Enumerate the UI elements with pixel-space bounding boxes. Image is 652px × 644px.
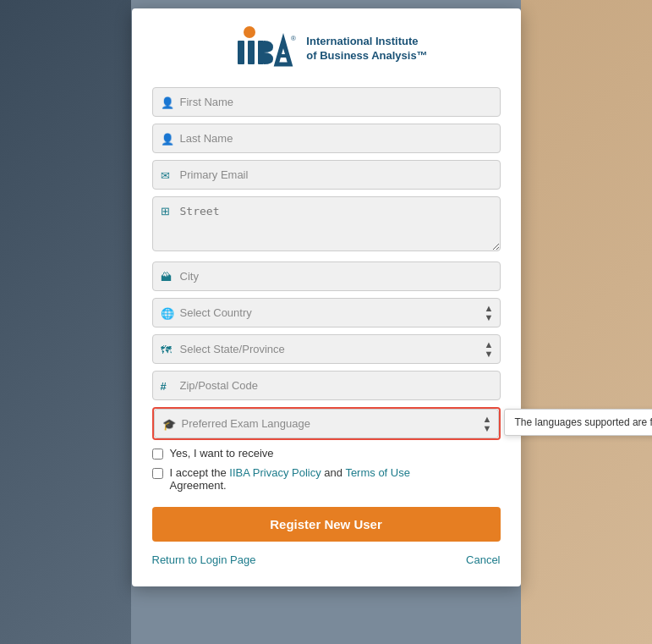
city-input[interactable] <box>152 261 501 291</box>
country-group: 🌐 Select Country ▲▼ <box>152 298 501 328</box>
logo-tagline: International Institute of Business Anal… <box>306 35 427 63</box>
exam-icon: 🎓 <box>162 417 176 430</box>
register-button[interactable]: Register New User <box>152 507 501 542</box>
exam-tooltip: The languages supported are for IIBA's E… <box>504 409 653 436</box>
svg-rect-2 <box>248 41 255 64</box>
logo-area: ® International Institute of Business An… <box>152 25 501 72</box>
email-group: ✉ <box>152 160 501 190</box>
first-name-group: 👤 <box>152 87 501 117</box>
exam-language-select[interactable]: Preferred Exam Language <box>154 409 499 438</box>
zip-input[interactable] <box>152 371 501 400</box>
return-to-login-link[interactable]: Return to Login Page <box>152 553 256 566</box>
yes-receive-label: Yes, I want to receive <box>170 447 274 460</box>
cancel-link[interactable]: Cancel <box>466 553 500 566</box>
user-icon-2: 👤 <box>161 132 174 145</box>
state-group: 🗺 Select State/Province ▲▼ <box>152 334 501 364</box>
user-icon: 👤 <box>161 96 174 108</box>
street-group: ⊞ <box>152 196 501 255</box>
exam-language-group: 🎓 Preferred Exam Language ▲▼ The languag… <box>152 407 501 440</box>
privacy-policy-link[interactable]: IIBA Privacy Policy <box>229 466 321 479</box>
iiba-logo: ® <box>224 25 296 72</box>
accept-policy-checkbox[interactable] <box>152 468 163 479</box>
bg-left <box>0 0 131 644</box>
svg-rect-1 <box>238 41 244 64</box>
svg-text:®: ® <box>291 35 296 42</box>
accept-policy-label: I accept the IIBA Privacy Policy and Ter… <box>170 466 410 492</box>
hash-icon: # <box>161 379 167 392</box>
terms-link[interactable]: Terms of Use <box>345 466 410 479</box>
last-name-group: 👤 <box>152 124 501 153</box>
city-icon: 🏔 <box>161 270 172 283</box>
email-input[interactable] <box>152 160 501 190</box>
bg-right <box>521 0 652 644</box>
state-icon: 🗺 <box>161 343 172 355</box>
bottom-links: Return to Login Page Cancel <box>152 553 501 566</box>
svg-rect-3 <box>258 41 264 64</box>
globe-icon: 🌐 <box>161 306 174 319</box>
registration-card: ® International Institute of Business An… <box>132 8 521 586</box>
state-select[interactable]: Select State/Province <box>152 334 501 364</box>
country-select[interactable]: Select Country <box>152 298 501 328</box>
svg-marker-4 <box>277 41 290 64</box>
city-group: 🏔 <box>152 261 501 291</box>
first-name-input[interactable] <box>152 87 501 117</box>
zip-group: # <box>152 371 501 400</box>
email-icon: ✉ <box>161 168 170 181</box>
svg-point-0 <box>244 26 255 38</box>
yes-receive-checkbox[interactable] <box>152 449 163 460</box>
accept-policy-row: I accept the IIBA Privacy Policy and Ter… <box>152 466 501 492</box>
yes-receive-row: Yes, I want to receive <box>152 447 501 460</box>
street-input[interactable] <box>152 196 501 251</box>
street-icon: ⊞ <box>161 205 170 217</box>
preferred-exam-wrapper: 🎓 Preferred Exam Language ▲▼ The languag… <box>152 407 501 440</box>
last-name-input[interactable] <box>152 124 501 153</box>
